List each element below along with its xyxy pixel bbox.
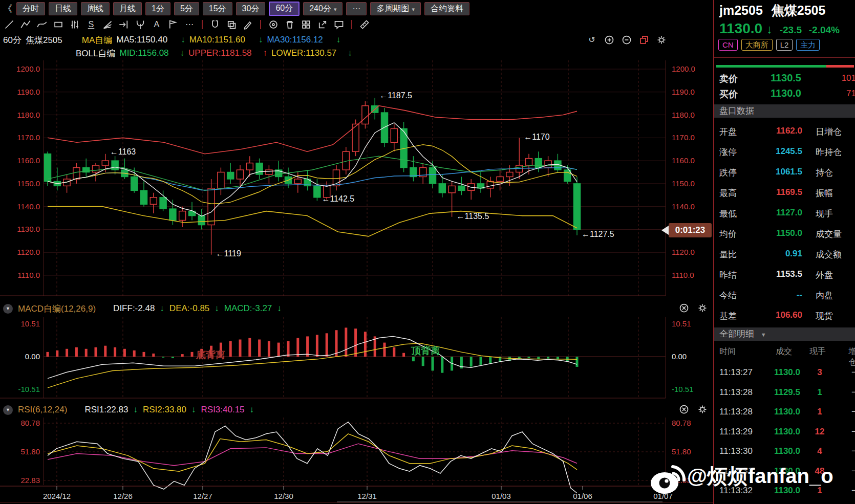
- pitchfork-icon[interactable]: [135, 19, 145, 30]
- tab-日线[interactable]: 日线: [49, 2, 77, 15]
- candle: [439, 184, 445, 193]
- tick-oi-change: −: [851, 446, 855, 456]
- badge-L2[interactable]: L2: [776, 39, 793, 51]
- tick-row[interactable]: 11:13:281130.01−: [714, 402, 855, 421]
- svg-text:1110.0: 1110.0: [17, 271, 40, 279]
- macd-bar: [441, 357, 443, 373]
- tick-lots: 3: [809, 367, 830, 378]
- tick-oi-change: −: [851, 427, 855, 437]
- bid-row[interactable]: 买价 1130.0 71: [714, 86, 855, 101]
- detail-dropdown-icon[interactable]: ▼: [761, 332, 766, 338]
- ruler-icon[interactable]: [359, 19, 370, 30]
- window-red-icon[interactable]: [639, 35, 649, 45]
- pankou-row-跌停: 跌停1061.5持仓: [714, 162, 855, 182]
- candle: [45, 154, 51, 182]
- collapse-left-icon[interactable]: 《: [3, 3, 12, 15]
- tab-15分[interactable]: 15分: [203, 2, 232, 15]
- target-icon[interactable]: [268, 19, 279, 30]
- svg-text:1190.0: 1190.0: [17, 87, 40, 96]
- tab-60分[interactable]: 60分: [269, 2, 300, 16]
- macd-bar: [393, 347, 395, 357]
- tab-多周期图[interactable]: 多周期图▾: [370, 2, 421, 15]
- comment-icon[interactable]: [334, 19, 344, 30]
- pankou-value: 1061.5: [746, 167, 802, 177]
- text-a-icon[interactable]: A: [152, 19, 162, 30]
- tab-5分[interactable]: 5分: [174, 2, 199, 15]
- shapes-icon[interactable]: [301, 19, 311, 30]
- arrow-bar-icon[interactable]: [119, 19, 129, 30]
- candle: [574, 184, 581, 230]
- tab-分时[interactable]: 分时: [16, 2, 45, 15]
- more-icon[interactable]: ⋯: [184, 19, 195, 30]
- gann-icon[interactable]: S: [86, 19, 96, 30]
- zoom-in-icon[interactable]: [604, 35, 614, 45]
- ma30-value: MA30:1156.12: [267, 35, 323, 45]
- boll-set-label[interactable]: BOLL自编: [76, 48, 115, 59]
- close-circle-icon[interactable]: [679, 404, 689, 414]
- close-circle-icon[interactable]: [679, 303, 689, 313]
- macd-title[interactable]: MACD自编(12,26,9): [18, 303, 96, 315]
- macd-bar: [528, 357, 530, 358]
- pankou-value: 106.60: [746, 310, 802, 320]
- badge-主力[interactable]: 主力: [796, 39, 820, 51]
- timeframe-buttons: 分时日线周线月线1分5分15分30分60分240分▾···多周期图▾合约资料: [16, 2, 473, 16]
- svg-text:1180.0: 1180.0: [672, 111, 695, 119]
- pankou-label: 开盘: [719, 126, 737, 138]
- macd-bar: [480, 357, 482, 365]
- tick-row[interactable]: 11:13:281129.51−: [714, 382, 855, 402]
- export-icon[interactable]: [317, 19, 328, 30]
- tab-30分[interactable]: 30分: [236, 2, 266, 15]
- gear-icon[interactable]: [697, 404, 708, 414]
- fan-icon[interactable]: [102, 19, 113, 30]
- detail-section-header[interactable]: 全部明细 ▼: [714, 327, 855, 341]
- ma5-value: MA5:1150.40: [116, 35, 167, 45]
- tab-···[interactable]: ···: [346, 2, 367, 15]
- magnet-icon[interactable]: [210, 19, 220, 30]
- gear-icon[interactable]: [697, 303, 708, 313]
- layers-icon[interactable]: [226, 19, 237, 30]
- badge-CN[interactable]: CN: [718, 39, 738, 51]
- candlestick-series: [45, 98, 581, 255]
- candle: [506, 172, 513, 177]
- rsi-collapse-icon[interactable]: ▼: [3, 405, 13, 415]
- tick-row[interactable]: 11:13:291130.012−: [714, 422, 855, 441]
- zigzag-icon[interactable]: [20, 19, 31, 30]
- macd-bar: [56, 350, 58, 357]
- ask-row[interactable]: 卖价 1130.5 101: [714, 71, 855, 85]
- pencil-icon[interactable]: [243, 19, 253, 30]
- undo-icon[interactable]: ↺: [587, 35, 597, 45]
- pankou-row-最高: 最高1169.5振幅: [714, 182, 855, 203]
- tab-月线[interactable]: 月线: [113, 2, 142, 15]
- tab-240分[interactable]: 240分▾: [303, 2, 343, 15]
- pankou-row-今结: 今结--内盘: [714, 284, 855, 305]
- curve-icon[interactable]: [37, 19, 47, 30]
- ma-set-label[interactable]: MA自编: [82, 34, 113, 46]
- macd-bar: [258, 340, 261, 357]
- tab-周线[interactable]: 周线: [81, 2, 110, 15]
- tick-col-现手: 现手: [809, 346, 826, 357]
- macd-bar: [114, 347, 116, 357]
- line-icon[interactable]: [4, 19, 14, 30]
- rsi-pane: 80.7880.7851.8051.8022.8322.83: [20, 418, 691, 493]
- ma10-down-icon: ↓: [259, 35, 263, 45]
- trash-icon[interactable]: [285, 19, 295, 30]
- svg-text:1170.0: 1170.0: [17, 133, 40, 142]
- flag-icon[interactable]: [168, 19, 178, 30]
- boll-upper-up-icon: ↑: [263, 48, 268, 58]
- tab-合约资料[interactable]: 合约资料: [424, 2, 469, 15]
- sliders-icon[interactable]: [70, 19, 80, 30]
- rect-icon[interactable]: [53, 19, 63, 30]
- macd-bar: [422, 357, 424, 366]
- badge-大商所[interactable]: 大商所: [741, 39, 773, 51]
- pankou-label-2: 昨持仓: [816, 146, 842, 158]
- tab-1分[interactable]: 1分: [145, 2, 170, 15]
- pankou-section-header[interactable]: 盘口数据: [714, 104, 855, 118]
- macd-bar: [143, 352, 145, 357]
- macd-collapse-icon[interactable]: ▼: [3, 304, 13, 314]
- gear-icon[interactable]: [656, 35, 667, 45]
- candle: [294, 179, 301, 184]
- tick-oi-change: −: [851, 387, 855, 398]
- rsi-title[interactable]: RSI(6,12,24): [18, 405, 67, 415]
- tick-row[interactable]: 11:13:271130.03−: [714, 362, 855, 382]
- zoom-out-icon[interactable]: [622, 35, 632, 45]
